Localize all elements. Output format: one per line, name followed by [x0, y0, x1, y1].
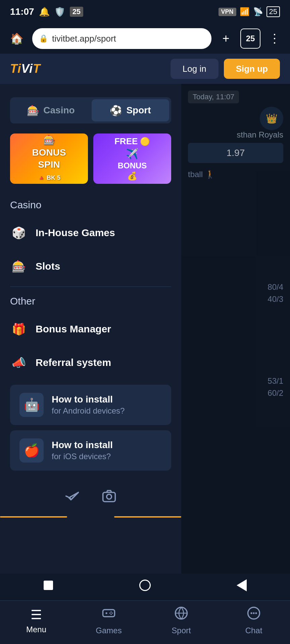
- system-back-button[interactable]: [232, 575, 252, 595]
- section-divider: [10, 286, 171, 287]
- referral-icon: 📣: [10, 354, 28, 371]
- camera-icon[interactable]: [99, 486, 119, 506]
- sport-label: Sport: [126, 105, 151, 116]
- home-button[interactable]: 🏠: [7, 29, 27, 49]
- android-install-subtitle: for Android devices?: [52, 406, 125, 416]
- mode-toggle: 🎰 Casino ⚽ Sport: [10, 97, 171, 123]
- bonus-manager-item[interactable]: 🎁 Bonus Manager: [0, 312, 181, 346]
- orange-bar-left: [0, 516, 67, 518]
- slots-icon: 🎰: [10, 258, 28, 275]
- nav-games[interactable]: Games: [72, 606, 145, 639]
- telegram-icon[interactable]: [62, 486, 82, 506]
- menu-nav-label: Menu: [26, 625, 46, 634]
- svg-point-3: [105, 612, 107, 614]
- system-stop-button[interactable]: [38, 575, 58, 595]
- slots-label: Slots: [36, 261, 60, 272]
- nav-sport[interactable]: Sport: [145, 606, 218, 639]
- nav-menu[interactable]: ☰ Menu: [0, 607, 72, 638]
- sport-nav-icon: [174, 606, 188, 623]
- sport-type-label: tball 🚶: [188, 170, 283, 179]
- sport-nav-label: Sport: [172, 626, 191, 635]
- svg-point-5: [110, 614, 112, 615]
- status-icons: VPN 📶 📡 25: [219, 6, 280, 17]
- free-bonus-banner[interactable]: FREE 🟡 ✈️ BONUS 💰: [93, 133, 171, 184]
- in-house-games-item[interactable]: 🎲 In-House Games: [0, 216, 181, 250]
- bottom-navigation: ☰ Menu Games Sport: [0, 600, 290, 644]
- sport-toggle-button[interactable]: ⚽ Sport: [92, 99, 169, 121]
- promo-banners: 🎰BONUSSPIN 🔺 BK 5 FREE 🟡 ✈️ BONUS 💰: [0, 133, 181, 184]
- home-circle-icon: [139, 580, 151, 591]
- score-4: 60/2: [188, 388, 283, 398]
- svg-point-1: [107, 494, 112, 499]
- svg-point-7: [112, 612, 113, 614]
- wifi-icon: 📡: [253, 7, 263, 16]
- url-text: tivitbet.app/sport: [52, 34, 116, 44]
- svg-point-6: [109, 612, 111, 614]
- score-1: 80/4: [188, 282, 283, 292]
- svg-point-4: [110, 611, 112, 613]
- in-house-games-icon: 🎲: [10, 224, 28, 241]
- chat-nav-icon: [247, 606, 261, 623]
- social-row: [0, 476, 181, 516]
- android-install-title: How to install: [52, 394, 125, 405]
- menu-icon: ☰: [31, 607, 42, 622]
- nav-chat[interactable]: Chat: [218, 606, 290, 639]
- chat-nav-label: Chat: [245, 626, 262, 635]
- stop-icon: [44, 581, 53, 590]
- url-security-icon: 🔒: [39, 34, 48, 43]
- ios-install-text: How to install for iOS devices?: [52, 440, 113, 461]
- calendar-icon: 25: [70, 7, 83, 17]
- referral-label: Referral system: [36, 357, 111, 368]
- ios-install-button[interactable]: 🍎 How to install for iOS devices?: [10, 430, 171, 471]
- header-buttons: Log in Sign up: [171, 59, 280, 79]
- casino-section-header: Casino: [0, 194, 181, 216]
- other-section-header: Other: [0, 290, 181, 312]
- tabs-button[interactable]: 25: [240, 29, 260, 49]
- signup-button[interactable]: Sign up: [224, 59, 280, 79]
- svg-point-12: [255, 612, 257, 614]
- orange-bar-right: [114, 516, 181, 518]
- free-bonus-text: FREE 🟡 ✈️ BONUS 💰: [111, 133, 153, 184]
- score-2: 40/3: [188, 294, 283, 304]
- bonus-spin-text: 🎰BONUSSPIN 🔺 BK 5: [29, 133, 69, 184]
- team-logo: 👑: [260, 107, 283, 130]
- bonus-manager-icon: 🎁: [10, 320, 28, 338]
- referral-system-item[interactable]: 📣 Referral system: [0, 346, 181, 379]
- vpn-badge: VPN: [219, 8, 236, 16]
- app-header: TiViT Log in Sign up: [0, 54, 290, 84]
- browser-menu-button[interactable]: ⋮: [266, 32, 283, 46]
- browser-actions: + 25 ⋮: [217, 29, 283, 49]
- status-bar: 11:07 🔔 🛡️ 25 VPN 📶 📡 25: [0, 0, 290, 23]
- background-content: Today, 11:07 👑 sthan Royals 1.97 tball 🚶…: [181, 84, 290, 574]
- sport-ball-icon: ⚽: [110, 105, 122, 116]
- status-left: 11:07 🔔 🛡️ 25: [10, 6, 83, 17]
- svg-point-10: [250, 612, 252, 614]
- team-name: sthan Royals: [237, 130, 283, 140]
- signal-icon: 📶: [240, 7, 250, 16]
- match-info: Today, 11:07 👑 sthan Royals 1.97: [188, 91, 283, 163]
- url-bar[interactable]: 🔒 tivitbet.app/sport: [32, 28, 211, 49]
- status-time: 11:07: [10, 6, 34, 17]
- ios-icon: 🍎: [19, 438, 44, 463]
- slots-item[interactable]: 🎰 Slots: [0, 250, 181, 283]
- back-icon: [237, 579, 247, 591]
- side-panel: 🎰 Casino ⚽ Sport 🎰BONUSSPIN 🔺 BK 5 FREE …: [0, 84, 181, 574]
- casino-toggle-button[interactable]: 🎰 Casino: [12, 99, 90, 121]
- shield-icon: 🛡️: [54, 7, 65, 17]
- ios-install-subtitle: for iOS devices?: [52, 452, 113, 461]
- ios-install-title: How to install: [52, 440, 113, 450]
- games-icon: [102, 606, 116, 623]
- app-logo: TiViT: [10, 62, 41, 76]
- main-content: 🎰 Casino ⚽ Sport 🎰BONUSSPIN 🔺 BK 5 FREE …: [0, 84, 290, 574]
- system-home-button[interactable]: [135, 575, 155, 595]
- android-install-button[interactable]: 🤖 How to install for Android devices?: [10, 385, 171, 425]
- login-button[interactable]: Log in: [171, 59, 219, 79]
- score-3: 53/1: [188, 376, 283, 386]
- bonus-spin-banner[interactable]: 🎰BONUSSPIN 🔺 BK 5: [10, 133, 88, 184]
- add-tab-button[interactable]: +: [217, 30, 235, 48]
- odds-button[interactable]: 1.97: [188, 143, 283, 163]
- in-house-games-label: In-House Games: [36, 227, 115, 238]
- android-install-text: How to install for Android devices?: [52, 394, 125, 416]
- bonus-manager-label: Bonus Manager: [36, 323, 111, 335]
- svg-point-11: [253, 612, 254, 614]
